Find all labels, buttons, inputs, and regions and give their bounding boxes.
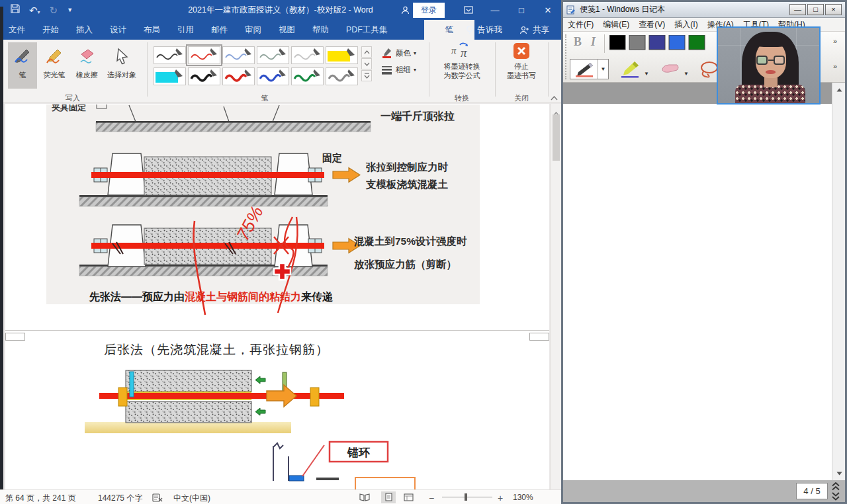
minimize-button[interactable]: — [482,0,508,20]
journal-maximize-button[interactable]: □ [807,4,824,15]
sign-in-button[interactable]: 登录 [401,3,445,18]
highlighter-tool-button[interactable]: 荧光笔 [38,42,70,89]
web-layout-icon[interactable] [404,493,414,503]
zoom-in-button[interactable]: + [498,493,503,503]
journal-close-button[interactable]: × [825,4,842,15]
swatch-gray[interactable] [629,35,645,50]
ribbon-display-options-icon[interactable] [455,0,482,20]
journal-pen-button[interactable]: ▼ [570,59,609,79]
page-indicator[interactable]: 4 / 5 [796,483,828,499]
pen-gallery-cell-selected[interactable] [188,46,220,64]
pen-gallery-cell[interactable] [222,46,255,64]
pen-gallery-cell[interactable] [154,67,186,85]
tab-layout[interactable]: 布局 [135,20,169,40]
redo-icon[interactable]: ↻ [50,5,58,15]
posttension-figure [83,366,354,445]
qat-customize-icon[interactable]: ▼ [67,7,73,13]
journal-note-page[interactable] [563,104,832,480]
swatch-blue[interactable] [669,35,685,50]
word-scrollbar[interactable] [550,104,561,489]
journal-minimize-button[interactable]: — [789,4,806,15]
step1-text: 一端千斤顶张拉 [380,110,455,122]
tell-me-button[interactable]: 告诉我 [466,24,503,36]
ink-thickness-button[interactable]: 粗细▾ [381,65,416,75]
ink-color-button[interactable]: 颜色▾ [381,48,416,58]
pen-gallery-cell[interactable] [326,46,358,64]
zoom-slider-thumb[interactable] [465,493,467,501]
tab-file[interactable]: 文件 [0,20,34,40]
step2-line1: 张拉到控制应力时 [366,161,449,173]
zoom-level[interactable]: 130% [513,493,533,502]
pen-gallery-cell[interactable] [291,46,324,64]
document-canvas[interactable]: 夹具固定 一端千斤顶张拉 固定 [0,104,550,489]
bold-button[interactable]: B [574,35,582,49]
swatch-black[interactable] [609,35,625,50]
maximize-button[interactable]: □ [508,0,535,20]
swatch-dark-blue[interactable] [649,35,665,50]
tab-review[interactable]: 审阅 [236,20,270,40]
highlighter-dropdown-icon[interactable]: ▼ [644,66,649,78]
gallery-down-icon[interactable] [361,58,372,69]
menu-insert[interactable]: 插入(I) [670,19,702,30]
language-status[interactable]: 中文(中国) [173,493,210,504]
svg-text:π: π [451,45,457,56]
pen-tool-button[interactable]: 笔 [8,42,37,89]
word-count-status[interactable]: 144275 个字 [98,493,142,504]
tab-mailings[interactable]: 邮件 [202,20,236,40]
tab-pdf-tools[interactable]: PDF工具集 [337,20,396,40]
eraser-dropdown-icon[interactable]: ▼ [684,66,689,78]
pen-gallery-cell[interactable] [154,46,186,64]
gallery-more-icon[interactable] [361,70,372,81]
tab-insert[interactable]: 插入 [67,20,101,40]
read-mode-icon[interactable] [359,493,370,503]
select-objects-button[interactable]: 选择对象 [103,42,140,89]
pen-dropdown-icon[interactable]: ▼ [598,60,608,79]
pen-group-label: 笔 [232,93,298,103]
menu-view[interactable]: 查看(V) [634,19,670,30]
menu-edit[interactable]: 编辑(E) [598,19,634,30]
gallery-up-icon[interactable] [361,46,372,58]
menu-file[interactable]: 文件(F) [563,19,598,30]
scroll-thumb[interactable] [553,114,560,161]
stop-inking-button[interactable]: 停止墨迹书写 [498,42,545,81]
pen-gallery-cell[interactable] [257,46,289,64]
journal-bottombar: 4 / 5 [563,480,845,502]
journal-highlighter-button[interactable] [619,60,641,81]
journal-scroll-down-icon[interactable] [832,468,846,479]
toolbar-overflow-icon[interactable]: » [833,37,836,45]
journal-eraser-button[interactable] [660,62,681,78]
journal-scroll-up-icon[interactable] [832,84,846,95]
tab-help[interactable]: 帮助 [304,20,337,40]
pen-gallery-cell[interactable] [291,67,324,85]
next-page-button[interactable] [829,491,842,501]
journal-app-icon [566,5,576,15]
toolbar-overflow-icon[interactable]: » [833,62,836,70]
presenter-lips [766,70,776,74]
ink-to-math-button[interactable]: ππ 将墨迹转换为数学公式 [431,42,492,81]
tab-design[interactable]: 设计 [101,20,135,40]
zoom-out-button[interactable]: − [429,493,434,503]
journal-scrollbar[interactable] [832,83,845,480]
undo-icon[interactable]: ↶▾ [29,5,40,15]
save-icon[interactable] [11,4,20,16]
tab-references[interactable]: 引用 [169,20,202,40]
proofing-status-icon[interactable] [152,493,163,504]
previous-page-button[interactable] [829,482,842,491]
eraser-tool-button[interactable]: 橡皮擦 [71,42,102,89]
pen-gallery-cell[interactable] [257,67,289,85]
collapse-ribbon-icon[interactable] [551,91,558,103]
tab-view[interactable]: 视图 [270,20,304,40]
pen-gallery-cell[interactable] [188,67,220,85]
sign-in-label[interactable]: 登录 [413,3,445,18]
page-number-status[interactable]: 第 64 页，共 241 页 [5,493,76,504]
pen-gallery-cell[interactable] [222,67,255,85]
print-layout-icon[interactable] [381,491,396,503]
swatch-green[interactable] [689,35,705,50]
close-button[interactable]: ✕ [535,0,561,20]
tab-home[interactable]: 开始 [34,20,67,40]
pen-gallery-cell[interactable] [326,67,358,85]
zoom-slider-track[interactable] [442,497,492,497]
italic-button[interactable]: I [591,35,596,49]
post-tension-heading: 后张法（先浇筑混凝土，再张拉钢筋） [104,341,329,358]
share-button[interactable]: 共享 [519,24,549,36]
